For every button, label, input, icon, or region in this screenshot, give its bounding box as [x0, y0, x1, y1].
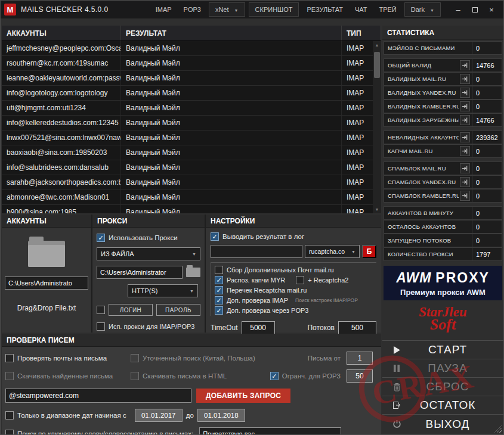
search-query-input[interactable] — [5, 389, 191, 403]
export-arrow-icon[interactable] — [460, 132, 470, 142]
menu-screenshot[interactable]: СКРИНШОТ — [249, 2, 299, 17]
menu-result[interactable]: РЕЗУЛЬТАТ — [301, 3, 348, 16]
accounts-path-input[interactable] — [5, 276, 88, 290]
proxy-for-imap-checkbox[interactable] — [97, 322, 105, 331]
table-row[interactable]: baoxiaobi@sina.com:19850203 Валидный Мэй… — [2, 145, 373, 160]
stat-label-box: СПАМБЛОК MAIL.RU — [384, 161, 472, 175]
pop3-limit-checkbox[interactable] — [270, 372, 279, 380]
scroll-up-icon[interactable]: ▲ — [373, 41, 381, 49]
export-arrow-icon[interactable] — [460, 146, 470, 156]
theme-dropdown[interactable]: Dark ▼ — [404, 2, 441, 17]
table-row[interactable]: sarahb@jacksonorthopaedics.com:bi Валидн… — [2, 175, 373, 190]
cell-result: Валидный Мэйл — [121, 41, 342, 55]
stat-label-box: КОЛИЧЕСТВО ПРОКСИ — [384, 247, 472, 261]
exit-button[interactable]: ВЫХОД — [382, 415, 503, 433]
menu-xnet-dropdown[interactable]: xNet ▼ — [209, 2, 245, 17]
soft-logo-line2: Soft — [430, 316, 456, 334]
reset-button[interactable]: СБРОС — [382, 378, 503, 396]
table-row[interactable]: rsouthern@kc.rr.com:419sumac Валидный Мэ… — [2, 56, 373, 71]
stat-label-box: НЕВАЛИДНЫХ АККАУНТОВ — [384, 130, 472, 144]
table-scrollbar[interactable]: ▲ ▼ — [373, 41, 381, 213]
date-from-picker[interactable]: 01.01.2017 — [135, 409, 183, 422]
awm-brand: AWM — [396, 270, 431, 285]
table-row[interactable]: lnwx007521@sina.com:lnwx007naw Валидный … — [2, 130, 373, 145]
keyword-search-checkbox[interactable] — [5, 430, 14, 435]
export-arrow-icon[interactable] — [460, 191, 470, 201]
minimize-button[interactable]: – — [450, 3, 466, 16]
add-query-button[interactable]: ДОБАВИТЬ ЗАПРОС — [196, 389, 290, 403]
scrollbar-thumb[interactable] — [374, 52, 380, 78]
proxy-path-input[interactable] — [97, 266, 183, 279]
check-mails-checkbox[interactable] — [5, 354, 14, 362]
date-to-picker[interactable]: 01.01.2018 — [197, 409, 245, 422]
proxy-source-select[interactable]: ИЗ ФАЙЛА ▼ — [97, 247, 200, 260]
proxy-type-select[interactable]: HTTP(S) ▼ — [128, 284, 198, 297]
download-html-checkbox[interactable] — [131, 372, 139, 380]
column-header-type[interactable]: ТИП — [342, 26, 381, 41]
proxy-password-button[interactable]: ПАРОЛЬ — [156, 304, 200, 316]
table-row[interactable]: info@logotology.com:logotology Валидный … — [2, 86, 373, 101]
table-row[interactable]: abmonroe@twc.com:Madison01 Валидный Мэйл… — [2, 190, 373, 205]
maximize-button[interactable] — [466, 3, 483, 16]
table-row[interactable]: info@kellereddestudios.com:12345 Валидны… — [2, 116, 373, 130]
table-row[interactable]: uti@hjmgmt.com:uti1234 Валидный Мэйл IMA… — [2, 101, 373, 116]
chevron-down-icon: ▼ — [234, 8, 239, 13]
start-button[interactable]: СТАРТ — [382, 341, 503, 359]
letters-from-input[interactable] — [347, 352, 373, 365]
cell-result: Валидный Мэйл — [121, 56, 342, 70]
browse-folder-icon[interactable] — [186, 268, 200, 277]
cell-result: Валидный Мэйл — [121, 116, 342, 130]
timeout-input[interactable] — [242, 321, 275, 334]
awm-proxy-banner[interactable]: AWMPROXY Премиум прокси AWM — [384, 266, 502, 300]
export-arrow-icon[interactable] — [460, 88, 470, 98]
refined-search-label: Уточненный поиск (Китай, Польша) — [143, 355, 255, 362]
captcha-service-select[interactable]: rucaptcha.co ▼ — [305, 245, 360, 258]
cell-type: IMAP — [342, 101, 373, 115]
proxy-auth-checkbox[interactable] — [97, 306, 105, 314]
recaptcha2-checkbox[interactable] — [296, 276, 304, 284]
remainder-button[interactable]: ОСТАТОК — [382, 396, 503, 415]
folder-icon[interactable] — [28, 241, 65, 267]
app-logo-icon: M — [4, 4, 16, 15]
download-found-label: Скачивать найденные письма — [17, 372, 113, 380]
menu-imap[interactable]: IMAP — [150, 3, 178, 16]
column-header-result[interactable]: РЕЗУЛЬТАТ — [121, 26, 342, 41]
close-button[interactable]: × — [483, 3, 500, 16]
export-arrow-icon[interactable] — [460, 163, 470, 173]
proxy-login-button[interactable]: ЛОГИН — [109, 304, 153, 316]
keyword-input[interactable] — [199, 427, 341, 435]
refined-search-checkbox[interactable] — [131, 354, 139, 362]
menu-tray[interactable]: ТРЕЙ — [373, 3, 402, 16]
menu-chat[interactable]: ЧАТ — [349, 3, 373, 16]
scroll-down-icon[interactable]: ▼ — [373, 206, 381, 213]
export-arrow-icon[interactable] — [460, 115, 470, 125]
export-arrow-icon[interactable] — [460, 177, 470, 187]
collect-extra-mail-checkbox[interactable] — [215, 266, 223, 274]
captcha-key-input[interactable] — [211, 245, 302, 258]
threads-input[interactable] — [338, 321, 376, 334]
proxy-source-value: ИЗ ФАЙЛА — [101, 250, 134, 257]
recheck-recaptcha-checkbox[interactable] — [215, 286, 223, 294]
myr-captcha-checkbox[interactable] — [215, 276, 223, 284]
column-header-accounts[interactable]: АККАУНТЫ — [2, 26, 121, 41]
pop3-extra-check-checkbox[interactable] — [215, 306, 223, 315]
date-range-checkbox[interactable] — [5, 411, 14, 420]
use-proxy-checkbox[interactable] — [97, 234, 105, 242]
log-output-checkbox[interactable] — [211, 232, 219, 241]
download-found-checkbox[interactable] — [5, 372, 14, 380]
table-row[interactable]: leanne@oakleyautoworld.com:passw Валидны… — [2, 71, 373, 86]
menu-pop3[interactable]: POP3 — [178, 3, 207, 16]
table-row[interactable]: info@salubridees.com:dansalub Валидный М… — [2, 160, 373, 175]
check-mails-label: Проверять почты на письма — [17, 355, 107, 362]
export-arrow-icon[interactable] — [460, 101, 470, 111]
pop3-limit-input[interactable] — [347, 369, 373, 383]
myr-captcha-label: Распоз. капчи MYR — [227, 276, 285, 284]
table-row[interactable]: jeffmcchesney@peoplepc.com:Oscar Валидны… — [2, 41, 373, 56]
pause-button[interactable]: ПАУЗА — [382, 359, 503, 378]
balance-button[interactable]: Б — [362, 245, 376, 258]
table-row[interactable]: b900@sina.com:1985 Валидный Мэйл IMAP — [2, 205, 373, 213]
reset-label: СБРОС — [405, 380, 503, 393]
imap-extra-check-checkbox[interactable] — [215, 296, 223, 304]
export-arrow-icon[interactable] — [460, 60, 470, 70]
export-arrow-icon[interactable] — [460, 74, 470, 84]
